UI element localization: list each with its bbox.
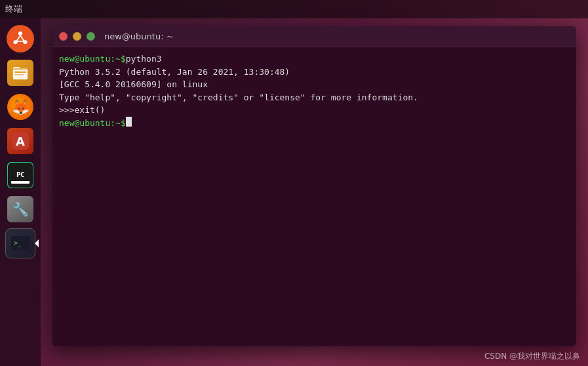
close-button[interactable] — [59, 32, 68, 41]
svg-text:>_: >_ — [14, 239, 22, 247]
prompt-1: new@ubuntu:~$ — [59, 52, 126, 66]
ubuntu-logo-icon — [7, 25, 34, 52]
dock-item-firefox[interactable]: 🦊 — [5, 92, 35, 122]
svg-rect-8 — [14, 74, 24, 75]
cmd-1: python3 — [126, 52, 162, 66]
watermark-text: CSDN @我对世界喵之以鼻 — [484, 352, 580, 361]
cursor — [126, 117, 132, 127]
line-1: new@ubuntu:~$ python3 — [59, 52, 570, 66]
cmd-5: exit() — [74, 104, 105, 117]
line-5: >>> exit() — [59, 104, 570, 117]
minimize-button[interactable] — [73, 32, 81, 41]
svg-text:PC: PC — [16, 171, 24, 179]
dock: 🦊 A PC 🔧 >_ — [0, 18, 41, 366]
terminal-window: new@ubuntu: ~ new@ubuntu:~$ python3 Pyth… — [52, 26, 576, 346]
top-bar-title: 终端 — [5, 3, 22, 15]
terminal-body[interactable]: new@ubuntu:~$ python3 Python 3.5.2 (defa… — [52, 47, 576, 346]
line-2: Python 3.5.2 (default, Jan 26 2021, 13:3… — [59, 66, 570, 79]
output-2: Python 3.5.2 (default, Jan 26 2021, 13:3… — [59, 67, 290, 77]
watermark: CSDN @我对世界喵之以鼻 — [484, 351, 580, 362]
output-3: [GCC 5.4.0 20160609] on linux — [59, 79, 208, 89]
terminal-titlebar: new@ubuntu: ~ — [52, 26, 576, 47]
svg-rect-12 — [11, 181, 29, 184]
top-bar: 终端 — [0, 0, 588, 18]
dock-item-files[interactable] — [5, 58, 35, 88]
files-icon — [7, 60, 33, 86]
terminal-active-icon: >_ — [5, 228, 35, 258]
maximize-button[interactable] — [87, 32, 95, 41]
output-4: Type "help", "copyright", "credits" or "… — [59, 92, 418, 102]
line-4: Type "help", "copyright", "credits" or "… — [59, 91, 570, 104]
svg-point-1 — [18, 31, 22, 35]
svg-rect-7 — [14, 71, 26, 73]
prompt-6: new@ubuntu:~$ — [59, 117, 126, 130]
dock-item-tools[interactable]: 🔧 — [5, 194, 35, 224]
line-3: [GCC 5.4.0 20160609] on linux — [59, 78, 570, 91]
appstore-icon: A — [7, 128, 33, 154]
line-6: new@ubuntu:~$ — [59, 117, 570, 130]
python-prompt: >>> — [59, 104, 74, 117]
firefox-icon: 🦊 — [7, 94, 33, 120]
pycharm-icon: PC — [7, 162, 33, 188]
terminal-title: new@ubuntu: ~ — [104, 31, 174, 41]
dock-item-terminal[interactable]: >_ — [5, 228, 35, 258]
tools-icon: 🔧 — [7, 196, 33, 222]
dock-item-ubuntu[interactable] — [5, 24, 35, 54]
dock-item-appstore[interactable]: A — [5, 126, 35, 156]
dock-item-pycharm[interactable]: PC — [5, 160, 35, 190]
svg-text:A: A — [16, 134, 25, 148]
